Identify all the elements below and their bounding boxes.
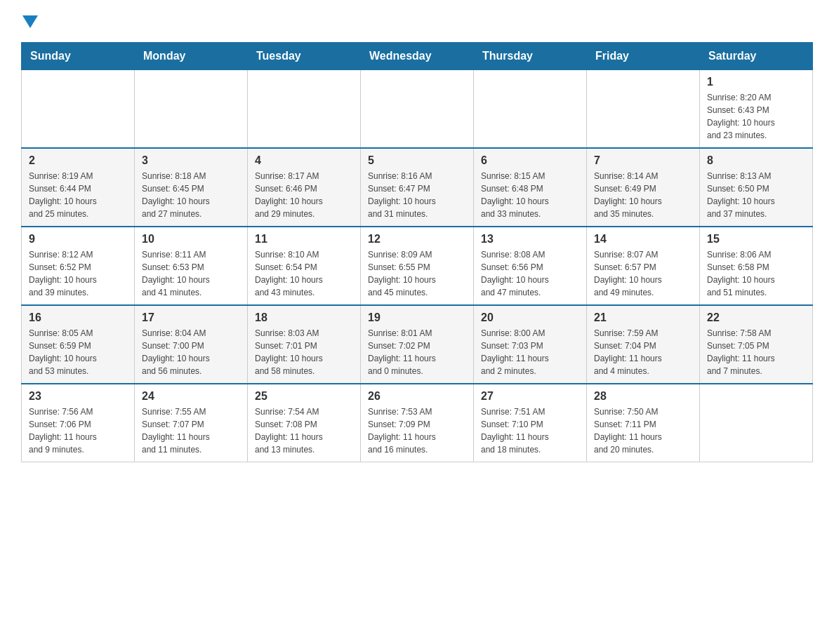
day-number: 8	[707, 154, 805, 167]
calendar-cell: 14Sunrise: 8:07 AM Sunset: 6:57 PM Dayli…	[587, 227, 700, 305]
calendar-cell	[248, 70, 361, 149]
day-info: Sunrise: 8:15 AM Sunset: 6:48 PM Dayligh…	[481, 170, 579, 220]
calendar-cell	[135, 70, 248, 149]
calendar-week-row: 9Sunrise: 8:12 AM Sunset: 6:52 PM Daylig…	[22, 227, 813, 305]
day-header-thursday: Thursday	[474, 43, 587, 70]
calendar-cell: 25Sunrise: 7:54 AM Sunset: 7:08 PM Dayli…	[248, 384, 361, 462]
calendar-cell: 4Sunrise: 8:17 AM Sunset: 6:46 PM Daylig…	[248, 148, 361, 227]
calendar-cell	[361, 70, 474, 149]
day-number: 20	[481, 311, 579, 324]
calendar-cell: 26Sunrise: 7:53 AM Sunset: 7:09 PM Dayli…	[361, 384, 474, 462]
day-info: Sunrise: 8:01 AM Sunset: 7:02 PM Dayligh…	[368, 327, 466, 377]
day-number: 9	[29, 233, 127, 246]
day-info: Sunrise: 7:56 AM Sunset: 7:06 PM Dayligh…	[29, 405, 127, 456]
day-header-tuesday: Tuesday	[248, 43, 361, 70]
calendar-cell: 18Sunrise: 8:03 AM Sunset: 7:01 PM Dayli…	[248, 305, 361, 384]
day-number: 17	[142, 311, 240, 324]
calendar-cell: 17Sunrise: 8:04 AM Sunset: 7:00 PM Dayli…	[135, 305, 248, 384]
day-header-saturday: Saturday	[700, 43, 813, 70]
day-number: 26	[368, 390, 466, 403]
day-info: Sunrise: 7:51 AM Sunset: 7:10 PM Dayligh…	[481, 405, 579, 456]
day-number: 19	[368, 311, 466, 324]
day-info: Sunrise: 8:12 AM Sunset: 6:52 PM Dayligh…	[29, 248, 127, 299]
calendar-header-row: SundayMondayTuesdayWednesdayThursdayFrid…	[22, 43, 813, 70]
calendar-cell: 7Sunrise: 8:14 AM Sunset: 6:49 PM Daylig…	[587, 148, 700, 227]
calendar-cell: 12Sunrise: 8:09 AM Sunset: 6:55 PM Dayli…	[361, 227, 474, 305]
day-info: Sunrise: 8:05 AM Sunset: 6:59 PM Dayligh…	[29, 327, 127, 377]
day-number: 21	[594, 311, 692, 324]
calendar-week-row: 23Sunrise: 7:56 AM Sunset: 7:06 PM Dayli…	[22, 384, 813, 462]
day-header-monday: Monday	[135, 43, 248, 70]
calendar-cell: 8Sunrise: 8:13 AM Sunset: 6:50 PM Daylig…	[700, 148, 813, 227]
calendar-cell: 19Sunrise: 8:01 AM Sunset: 7:02 PM Dayli…	[361, 305, 474, 384]
calendar-cell: 13Sunrise: 8:08 AM Sunset: 6:56 PM Dayli…	[474, 227, 587, 305]
day-header-wednesday: Wednesday	[361, 43, 474, 70]
calendar-week-row: 2Sunrise: 8:19 AM Sunset: 6:44 PM Daylig…	[22, 148, 813, 227]
day-number: 18	[255, 311, 353, 324]
day-info: Sunrise: 7:55 AM Sunset: 7:07 PM Dayligh…	[142, 405, 240, 456]
day-info: Sunrise: 8:18 AM Sunset: 6:45 PM Dayligh…	[142, 170, 240, 220]
day-info: Sunrise: 8:10 AM Sunset: 6:54 PM Dayligh…	[255, 248, 353, 299]
day-number: 24	[142, 390, 240, 403]
day-info: Sunrise: 8:14 AM Sunset: 6:49 PM Dayligh…	[594, 170, 692, 220]
calendar-cell: 20Sunrise: 8:00 AM Sunset: 7:03 PM Dayli…	[474, 305, 587, 384]
day-number: 7	[594, 154, 692, 167]
day-info: Sunrise: 8:11 AM Sunset: 6:53 PM Dayligh…	[142, 248, 240, 299]
logo	[21, 14, 38, 28]
day-number: 23	[29, 390, 127, 403]
logo-arrow-icon	[22, 15, 38, 28]
calendar-cell: 24Sunrise: 7:55 AM Sunset: 7:07 PM Dayli…	[135, 384, 248, 462]
day-number: 16	[29, 311, 127, 324]
day-number: 28	[594, 390, 692, 403]
calendar-cell: 6Sunrise: 8:15 AM Sunset: 6:48 PM Daylig…	[474, 148, 587, 227]
day-info: Sunrise: 7:50 AM Sunset: 7:11 PM Dayligh…	[594, 405, 692, 456]
day-number: 12	[368, 233, 466, 246]
day-info: Sunrise: 7:54 AM Sunset: 7:08 PM Dayligh…	[255, 405, 353, 456]
calendar-cell: 11Sunrise: 8:10 AM Sunset: 6:54 PM Dayli…	[248, 227, 361, 305]
day-number: 5	[368, 154, 466, 167]
day-info: Sunrise: 7:59 AM Sunset: 7:04 PM Dayligh…	[594, 327, 692, 377]
calendar-cell: 5Sunrise: 8:16 AM Sunset: 6:47 PM Daylig…	[361, 148, 474, 227]
day-info: Sunrise: 8:03 AM Sunset: 7:01 PM Dayligh…	[255, 327, 353, 377]
day-info: Sunrise: 8:04 AM Sunset: 7:00 PM Dayligh…	[142, 327, 240, 377]
calendar-week-row: 1Sunrise: 8:20 AM Sunset: 6:43 PM Daylig…	[22, 70, 813, 149]
calendar-cell	[587, 70, 700, 149]
day-number: 14	[594, 233, 692, 246]
day-header-sunday: Sunday	[22, 43, 135, 70]
calendar-cell: 21Sunrise: 7:59 AM Sunset: 7:04 PM Dayli…	[587, 305, 700, 384]
day-info: Sunrise: 8:08 AM Sunset: 6:56 PM Dayligh…	[481, 248, 579, 299]
day-info: Sunrise: 8:06 AM Sunset: 6:58 PM Dayligh…	[707, 248, 805, 299]
calendar-week-row: 16Sunrise: 8:05 AM Sunset: 6:59 PM Dayli…	[22, 305, 813, 384]
day-header-friday: Friday	[587, 43, 700, 70]
day-info: Sunrise: 8:17 AM Sunset: 6:46 PM Dayligh…	[255, 170, 353, 220]
day-info: Sunrise: 8:07 AM Sunset: 6:57 PM Dayligh…	[594, 248, 692, 299]
calendar-cell	[700, 384, 813, 462]
calendar-cell: 1Sunrise: 8:20 AM Sunset: 6:43 PM Daylig…	[700, 70, 813, 149]
calendar-cell	[474, 70, 587, 149]
calendar-cell	[22, 70, 135, 149]
calendar-cell: 23Sunrise: 7:56 AM Sunset: 7:06 PM Dayli…	[22, 384, 135, 462]
calendar-table: SundayMondayTuesdayWednesdayThursdayFrid…	[21, 42, 813, 462]
day-info: Sunrise: 7:58 AM Sunset: 7:05 PM Dayligh…	[707, 327, 805, 377]
day-info: Sunrise: 8:00 AM Sunset: 7:03 PM Dayligh…	[481, 327, 579, 377]
day-number: 27	[481, 390, 579, 403]
day-number: 2	[29, 154, 127, 167]
day-number: 22	[707, 311, 805, 324]
day-number: 13	[481, 233, 579, 246]
calendar-cell: 15Sunrise: 8:06 AM Sunset: 6:58 PM Dayli…	[700, 227, 813, 305]
page-header	[21, 14, 813, 28]
day-number: 10	[142, 233, 240, 246]
calendar-cell: 16Sunrise: 8:05 AM Sunset: 6:59 PM Dayli…	[22, 305, 135, 384]
day-number: 3	[142, 154, 240, 167]
day-number: 4	[255, 154, 353, 167]
calendar-cell: 10Sunrise: 8:11 AM Sunset: 6:53 PM Dayli…	[135, 227, 248, 305]
day-number: 6	[481, 154, 579, 167]
day-number: 15	[707, 233, 805, 246]
day-number: 25	[255, 390, 353, 403]
day-info: Sunrise: 8:19 AM Sunset: 6:44 PM Dayligh…	[29, 170, 127, 220]
day-info: Sunrise: 8:16 AM Sunset: 6:47 PM Dayligh…	[368, 170, 466, 220]
day-info: Sunrise: 8:20 AM Sunset: 6:43 PM Dayligh…	[707, 91, 805, 142]
calendar-cell: 28Sunrise: 7:50 AM Sunset: 7:11 PM Dayli…	[587, 384, 700, 462]
calendar-cell: 3Sunrise: 8:18 AM Sunset: 6:45 PM Daylig…	[135, 148, 248, 227]
day-number: 1	[707, 76, 805, 88]
